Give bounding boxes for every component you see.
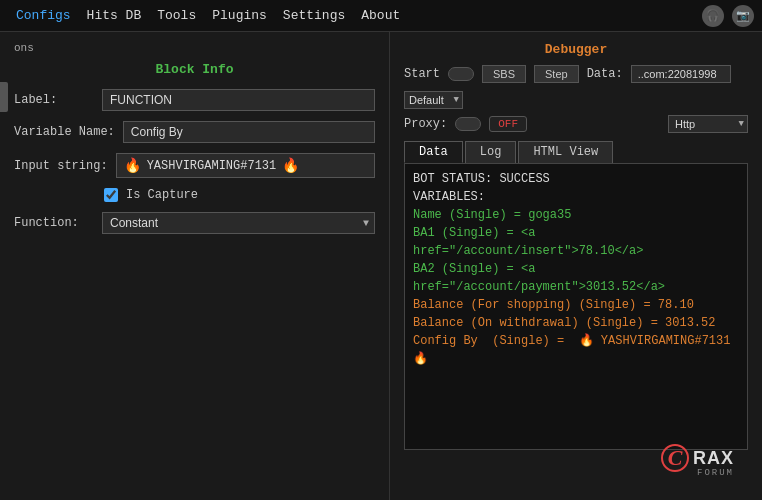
logo-sub-text: FORUM [697,468,734,478]
menu-hitsdb[interactable]: Hits DB [79,4,150,27]
proxy-off-button[interactable]: OFF [489,116,527,132]
debugger-controls: Start SBS Step Data: Default [404,65,748,109]
tab-bar: Data Log HTML View [404,141,748,163]
function-select[interactable]: Constant Random Sequential [102,212,375,234]
start-toggle[interactable] [448,67,474,81]
logo-c-letter: C [668,445,683,471]
input-string-label: Input string: [14,159,108,173]
menubar: Configs Hits DB Tools Plugins Settings A… [0,0,762,32]
proxy-label: Proxy: [404,117,447,131]
function-select-wrapper: Constant Random Sequential [102,212,375,234]
http-select[interactable]: Http Socks4 Socks5 [668,115,748,133]
proxy-row: Proxy: OFF Http Socks4 Socks5 [404,115,748,133]
spin-left-icon: 🔥 [124,157,141,174]
camera-icon[interactable]: 📷 [732,5,754,27]
variable-name-row: Variable Name: [14,121,375,143]
logo: C RAX FORUM [390,444,734,478]
input-string-value: 🔥 YASHVIRGAMING#7131 🔥 [116,153,375,178]
label-input[interactable] [102,89,375,111]
tab-log[interactable]: Log [465,141,517,163]
block-indicator [0,82,8,112]
left-panel: ons Block Info Label: Variable Name: Inp… [0,32,390,500]
block-info-title: Block Info [14,62,375,77]
logo-circle: C [661,444,689,472]
data-input[interactable] [631,65,731,83]
tab-data[interactable]: Data [404,141,463,163]
menu-icon-area: 🎧 📷 [702,5,754,27]
right-panel: Debugger Start SBS Step Data: Default Pr… [390,32,762,500]
input-string-text: YASHVIRGAMING#7131 [147,159,277,173]
data-label: Data: [587,67,623,81]
variable-name-label: Variable Name: [14,125,115,139]
output-line-4: BA2 (Single) = <a href="/account/payment… [413,260,739,296]
start-label: Start [404,67,440,81]
menu-tools[interactable]: Tools [149,4,204,27]
default-select[interactable]: Default [404,91,463,109]
step-button[interactable]: Step [534,65,579,83]
function-row: Function: Constant Random Sequential [14,212,375,234]
function-label: Function: [14,216,94,230]
spin-right-icon: 🔥 [282,157,299,174]
output-line-5: Balance (For shopping) (Single) = 78.10 [413,296,739,314]
tab-html-view[interactable]: HTML View [518,141,613,163]
label-row: Label: [14,89,375,111]
output-line-2: Name (Single) = goga35 [413,206,739,224]
default-select-wrapper: Default [404,91,463,109]
ons-label: ons [14,42,375,54]
label-field-label: Label: [14,93,94,107]
sbs-button[interactable]: SBS [482,65,526,83]
is-capture-row: Is Capture [104,188,375,202]
output-line-1: VARIABLES: [413,188,739,206]
input-string-row: Input string: 🔥 YASHVIRGAMING#7131 🔥 [14,153,375,178]
is-capture-checkbox[interactable] [104,188,118,202]
output-line-6: Balance (On withdrawal) (Single) = 3013.… [413,314,739,332]
menu-about[interactable]: About [353,4,408,27]
menu-plugins[interactable]: Plugins [204,4,275,27]
is-capture-label: Is Capture [126,188,198,202]
menu-configs[interactable]: Configs [8,4,79,27]
output-line-7: Config By (Single) = 🔥 YASHVIRGAMING#713… [413,332,739,368]
debugger-title: Debugger [404,42,748,57]
http-select-wrapper: Http Socks4 Socks5 [668,115,748,133]
output-area: BOT STATUS: SUCCESS VARIABLES: Name (Sin… [404,163,748,450]
main-content: ons Block Info Label: Variable Name: Inp… [0,32,762,500]
output-line-3: BA1 (Single) = <a href="/account/insert"… [413,224,739,260]
output-line-0: BOT STATUS: SUCCESS [413,170,739,188]
headset-icon[interactable]: 🎧 [702,5,724,27]
proxy-toggle[interactable] [455,117,481,131]
variable-name-input[interactable] [123,121,375,143]
menu-settings[interactable]: Settings [275,4,353,27]
logo-rax-text: RAX [693,448,734,469]
